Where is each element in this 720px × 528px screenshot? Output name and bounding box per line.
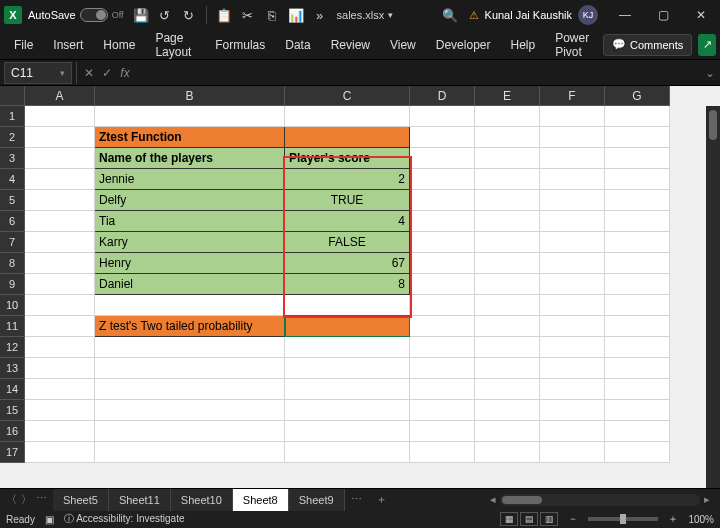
tab-data[interactable]: Data (275, 30, 320, 60)
tab-view[interactable]: View (380, 30, 426, 60)
cell-A10[interactable] (25, 295, 95, 316)
cell-C10[interactable] (285, 295, 410, 316)
cell-F2[interactable] (540, 127, 605, 148)
cell-C12[interactable] (285, 337, 410, 358)
cell-A5[interactable] (25, 190, 95, 211)
zoom-in-button[interactable]: ＋ (668, 512, 678, 526)
cell-E5[interactable] (475, 190, 540, 211)
sheet-nav-more-icon[interactable]: ⋯ (36, 492, 47, 507)
formula-input[interactable] (137, 62, 700, 84)
cell-A12[interactable] (25, 337, 95, 358)
add-sheet-button[interactable]: ＋ (368, 492, 395, 507)
cell-A7[interactable] (25, 232, 95, 253)
scroll-left-icon[interactable]: ◂ (486, 493, 500, 506)
zoom-slider[interactable] (588, 517, 658, 521)
cell-C16[interactable] (285, 421, 410, 442)
cell-A6[interactable] (25, 211, 95, 232)
cell-C9[interactable]: 8 (285, 274, 410, 295)
cell-C11[interactable] (285, 316, 410, 337)
save-icon[interactable]: 💾 (132, 6, 150, 24)
cell-D7[interactable] (410, 232, 475, 253)
cell-C5[interactable]: TRUE (285, 190, 410, 211)
cell-G5[interactable] (605, 190, 670, 211)
cell-F14[interactable] (540, 379, 605, 400)
cell-F16[interactable] (540, 421, 605, 442)
row-header[interactable]: 6 (0, 211, 25, 232)
sheet-nav-prev-icon[interactable]: 〈 (6, 492, 17, 507)
row-header[interactable]: 15 (0, 400, 25, 421)
cell-A17[interactable] (25, 442, 95, 463)
cell-D14[interactable] (410, 379, 475, 400)
cell-G3[interactable] (605, 148, 670, 169)
cell-D9[interactable] (410, 274, 475, 295)
cell-D13[interactable] (410, 358, 475, 379)
cell-B7[interactable]: Karry (95, 232, 285, 253)
tab-file[interactable]: File (4, 30, 43, 60)
undo-icon[interactable]: ↺ (156, 6, 174, 24)
cell-A4[interactable] (25, 169, 95, 190)
row-header[interactable]: 14 (0, 379, 25, 400)
cell-E15[interactable] (475, 400, 540, 421)
cell-A14[interactable] (25, 379, 95, 400)
cell-A9[interactable] (25, 274, 95, 295)
cell-D17[interactable] (410, 442, 475, 463)
cell-F9[interactable] (540, 274, 605, 295)
cell-D3[interactable] (410, 148, 475, 169)
sheet-tab[interactable]: Sheet8 (233, 489, 289, 511)
cell-F5[interactable] (540, 190, 605, 211)
cell-B8[interactable]: Henry (95, 253, 285, 274)
cell-C7[interactable]: FALSE (285, 232, 410, 253)
cell-A16[interactable] (25, 421, 95, 442)
cell-C13[interactable] (285, 358, 410, 379)
cell-A3[interactable] (25, 148, 95, 169)
cell-G14[interactable] (605, 379, 670, 400)
row-header[interactable]: 16 (0, 421, 25, 442)
cell-F12[interactable] (540, 337, 605, 358)
cell-A15[interactable] (25, 400, 95, 421)
row-header[interactable]: 5 (0, 190, 25, 211)
redo-icon[interactable]: ↻ (180, 6, 198, 24)
chart-icon[interactable]: 📊 (287, 6, 305, 24)
row-header[interactable]: 2 (0, 127, 25, 148)
name-box[interactable]: C11 ▾ (4, 62, 72, 84)
sheet-tab[interactable]: Sheet9 (289, 489, 345, 511)
cell-G6[interactable] (605, 211, 670, 232)
search-icon[interactable]: 🔍 (441, 6, 459, 24)
row-header[interactable]: 7 (0, 232, 25, 253)
toggle-switch-icon[interactable] (80, 8, 108, 22)
zoom-out-button[interactable]: － (568, 512, 578, 526)
cell-A11[interactable] (25, 316, 95, 337)
cell-B2[interactable]: Ztest Function (95, 127, 285, 148)
cell-B10[interactable] (95, 295, 285, 316)
sheet-tab[interactable]: Sheet5 (53, 489, 109, 511)
cell-E13[interactable] (475, 358, 540, 379)
page-layout-view-button[interactable]: ▤ (520, 512, 538, 526)
row-header[interactable]: 10 (0, 295, 25, 316)
cell-D16[interactable] (410, 421, 475, 442)
cell-E6[interactable] (475, 211, 540, 232)
cell-G15[interactable] (605, 400, 670, 421)
row-header[interactable]: 1 (0, 106, 25, 127)
cell-G17[interactable] (605, 442, 670, 463)
cell-E9[interactable] (475, 274, 540, 295)
row-header[interactable]: 4 (0, 169, 25, 190)
row-header[interactable]: 3 (0, 148, 25, 169)
cell-B17[interactable] (95, 442, 285, 463)
cell-G8[interactable] (605, 253, 670, 274)
tab-home[interactable]: Home (93, 30, 145, 60)
cell-G7[interactable] (605, 232, 670, 253)
cell-C14[interactable] (285, 379, 410, 400)
normal-view-button[interactable]: ▦ (500, 512, 518, 526)
cells-area[interactable]: Ztest FunctionName of the playersPlayer'… (25, 106, 670, 463)
row-header[interactable]: 17 (0, 442, 25, 463)
cell-A1[interactable] (25, 106, 95, 127)
column-header[interactable]: B (95, 86, 285, 106)
cell-A2[interactable] (25, 127, 95, 148)
vertical-scrollbar[interactable] (706, 106, 720, 488)
macro-record-icon[interactable]: ▣ (45, 514, 54, 525)
sheet-tab[interactable]: Sheet11 (109, 489, 171, 511)
cell-B4[interactable]: Jennie (95, 169, 285, 190)
cell-D11[interactable] (410, 316, 475, 337)
cell-D15[interactable] (410, 400, 475, 421)
cell-E17[interactable] (475, 442, 540, 463)
